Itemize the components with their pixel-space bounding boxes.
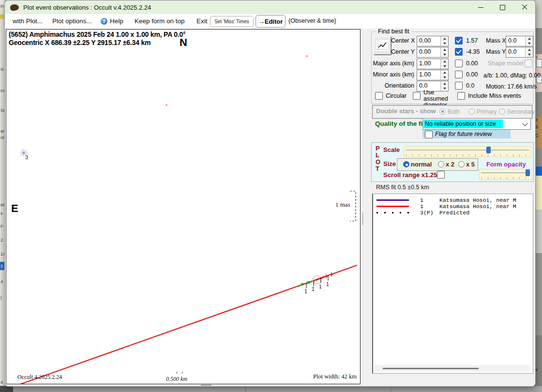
double-stars-primary-label: Primary	[477, 108, 497, 115]
spinner-buttons[interactable]	[525, 47, 533, 57]
editor-button[interactable]: →Editor	[256, 15, 286, 28]
double-stars-secondary-radio[interactable]	[499, 108, 505, 115]
spinner-buttons[interactable]	[440, 70, 448, 80]
include-miss-events-checkbox[interactable]	[457, 92, 465, 100]
legend-row[interactable]: 1 Katsumasa Hosoi, near M	[373, 197, 533, 203]
background-text-fragment: on	[0, 136, 4, 140]
set-miss-times-button[interactable]: Set 'Miss' Times	[210, 16, 254, 27]
circular-checkbox[interactable]	[375, 92, 383, 100]
client-area: (5652) Amphimachus 2025 Feb 24 1.00 x 1.…	[5, 29, 535, 386]
scale-slider-thumb[interactable]	[486, 147, 491, 153]
size-x5-radio[interactable]	[458, 161, 465, 167]
major-axis-input[interactable]: 1.00	[417, 59, 449, 69]
plot-area[interactable]: (5652) Amphimachus 2025 Feb 24 1.00 x 1.…	[6, 29, 361, 384]
orientation-fit-checkbox[interactable]	[455, 82, 463, 90]
background-text-fragment: (	[0, 296, 2, 300]
center-x-input[interactable]: 0.00	[417, 36, 449, 46]
scale-label: Scale	[383, 146, 400, 153]
background-text-fragment: ca	[0, 89, 4, 93]
observation-legend-list[interactable]: 1 Katsumasa Hosoi, near M 1 Katsumasa Ho…	[372, 194, 533, 374]
field-star-dot	[166, 104, 167, 106]
fit-plot-button[interactable]	[374, 36, 391, 55]
center-y-input[interactable]: 0.00	[417, 47, 449, 58]
background-text-fragment: 3	[0, 264, 3, 269]
svg-text:1: 1	[312, 286, 315, 292]
form-opacity-slider[interactable]	[479, 169, 532, 180]
observed-chord-red	[316, 272, 333, 280]
size-radio-group: normal x 2 x 5	[397, 158, 478, 171]
app-window: Plot event observations : Occult v.4.202…	[4, 0, 536, 387]
form-opacity-label: Form opacity	[486, 161, 526, 168]
splitter-handle[interactable]	[362, 212, 363, 225]
menu-with-plot[interactable]: with Plot...	[13, 17, 43, 25]
background-text-fragment: 4	[0, 280, 3, 284]
mass-y-input[interactable]: 0.0	[506, 47, 533, 58]
menu-plot-options[interactable]: Plot options...	[52, 17, 92, 25]
window-resize-grip[interactable]	[201, 385, 211, 386]
scroll-range-checkbox[interactable]	[437, 171, 445, 179]
quality-of-fit-label: Quality of the fit	[375, 120, 425, 127]
shape-model-label: Shape model	[488, 60, 524, 67]
double-stars-group: Double stars - show Both Primary Seconda…	[372, 105, 533, 119]
control-panel: Find best fit Center X 0.00	[369, 29, 535, 386]
minor-axis-input[interactable]: 1.00	[417, 70, 449, 80]
background-fragment	[0, 15, 4, 19]
double-stars-both-label: Both	[448, 108, 460, 115]
close-button[interactable]	[513, 0, 535, 14]
background-text-fragment: F	[0, 225, 3, 229]
spinner-buttons[interactable]	[440, 47, 448, 57]
center-x-fit-value: 1.57	[466, 37, 478, 44]
scale-slider[interactable]	[404, 146, 531, 157]
center-x-fit-checkbox[interactable]	[455, 37, 463, 45]
legend-row[interactable]: 3(P) Predicted	[373, 210, 533, 216]
spinner-buttons[interactable]	[525, 36, 533, 46]
plot-version-label: Occult 4.2025.2.24	[17, 374, 62, 381]
maximize-button[interactable]	[492, 0, 513, 14]
spinner-buttons[interactable]	[440, 36, 448, 46]
background-text-fragment: as	[0, 203, 4, 207]
minimize-button[interactable]	[470, 0, 492, 14]
background-text-fragment: vi	[0, 67, 4, 72]
titlebar[interactable]: Plot event observations : Occult v.4.202…	[5, 0, 535, 14]
center-y-fit-checkbox[interactable]	[455, 48, 463, 56]
size-x2-radio[interactable]	[438, 161, 444, 167]
close-icon	[522, 4, 527, 10]
orientation-label: Orientation	[373, 82, 414, 89]
background-text-fragment: Se	[0, 108, 4, 113]
minor-axis-fit-checkbox[interactable]	[455, 71, 463, 78]
spinner-buttons[interactable]	[440, 59, 448, 69]
form-opacity-slider-thumb[interactable]	[526, 169, 530, 176]
orientation-fit-value: 0.0	[466, 82, 474, 89]
background-text-fragment: 14	[0, 252, 4, 256]
plot-width-label: Plot width: 42 km	[313, 373, 357, 380]
legend-horizontal-scrollbar[interactable]	[374, 365, 530, 372]
shape-model-checkbox[interactable]	[525, 60, 532, 67]
double-stars-both-radio[interactable]	[439, 108, 446, 115]
desktop: HvicaSearonassF21434(4 seSC¥ Plot event …	[0, 0, 542, 392]
size-normal-radio[interactable]	[403, 161, 409, 167]
background-spinner	[536, 59, 542, 67]
flag-review-checkbox[interactable]	[425, 131, 433, 138]
app-icon	[10, 3, 19, 11]
use-assumed-diameter-checkbox[interactable]	[413, 92, 421, 100]
legend-row[interactable]: 1 Katsumasa Hosoi, near M	[373, 203, 533, 210]
plot-letter: P	[376, 145, 380, 151]
predicted-path-line	[16, 265, 357, 384]
maximize-icon	[500, 5, 505, 10]
menu-observer-time[interactable]: {Observer & time}	[288, 17, 336, 24]
menu-keep-on-top[interactable]: Keep form on top	[135, 17, 185, 25]
menu-exit[interactable]: Exit	[196, 17, 208, 25]
plot-letter: T	[376, 166, 379, 172]
minor-axis-fit-value: 0.00	[466, 71, 478, 78]
mass-x-input[interactable]: 0.0	[506, 36, 533, 46]
menu-help[interactable]: Help	[110, 17, 123, 25]
motion-label: Motion: 17.66 km/s	[486, 83, 537, 90]
scrollbar-thumb[interactable]	[383, 368, 479, 369]
double-stars-primary-radio[interactable]	[468, 108, 475, 115]
circular-label: Circular	[386, 92, 406, 99]
double-stars-label: Double stars - show	[376, 107, 436, 115]
help-icon[interactable]: ?	[101, 18, 107, 25]
major-axis-fit-checkbox[interactable]	[455, 60, 463, 67]
quality-of-fit-select[interactable]: No reliable position or size	[422, 118, 531, 130]
background-text-fragment: 4	[0, 380, 3, 385]
